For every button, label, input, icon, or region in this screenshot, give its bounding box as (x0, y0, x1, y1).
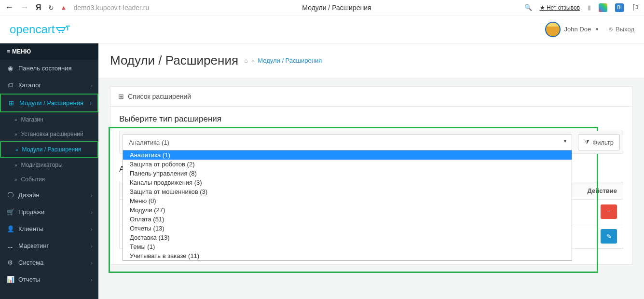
cart-icon: 🛒 (7, 208, 14, 216)
page-header: Модули / Расширения ⌂ › Модули / Расшире… (98, 43, 644, 78)
page-title: Модули / Расширения (110, 53, 238, 68)
sub-chevron-icon: » (14, 177, 17, 182)
ext-icon-3[interactable]: ⚐ (631, 2, 639, 13)
dashboard-icon: ◉ (7, 65, 14, 72)
tab-title: Модули / Расширения (156, 4, 517, 12)
logout-icon: ⎋ (609, 26, 613, 33)
extensions-panel: ⊞ Список расширений Выберите тип расшире… (110, 86, 632, 265)
avatar (545, 22, 561, 37)
dropdown-option[interactable]: Отчеты (13) (123, 224, 572, 233)
sidebar-item-system[interactable]: ⚙ Система › (0, 254, 98, 271)
yandex-icon[interactable]: Я (36, 3, 41, 12)
chevron-right-icon: › (91, 209, 93, 215)
puzzle-icon: ⊞ (8, 99, 14, 107)
ext-icon-1[interactable] (599, 3, 607, 12)
breadcrumb-link[interactable]: Модули / Расширения (258, 57, 322, 64)
chevron-right-icon: › (91, 260, 93, 266)
sidebar-item-marketing[interactable]: ⚋ Маркетинг › (0, 237, 98, 254)
svg-point-0 (59, 31, 60, 33)
sub-chevron-icon: » (14, 117, 17, 122)
bookmark-icon[interactable]: ▮ (588, 4, 591, 11)
extension-type-select-wrap: Аналитика (1) ▼ Аналитика (1)Защита от р… (123, 134, 572, 150)
chart-icon: 📊 (7, 276, 14, 283)
caret-down-icon: ▼ (595, 27, 599, 32)
sidebar-item-extensions[interactable]: ⊞ Модули / Расширения › (1, 95, 97, 111)
extension-type-dropdown: Аналитика (1)Защита от роботов (2)Панель… (123, 150, 572, 261)
filter-icon: ⧩ (584, 138, 589, 146)
share-icon: ⚋ (7, 242, 14, 249)
sidebar-item-dashboard[interactable]: ◉ Панель состояния (0, 60, 98, 77)
svg-point-1 (62, 31, 64, 33)
home-icon[interactable]: ⌂ (244, 57, 248, 64)
extension-type-select[interactable]: Аналитика (1) (123, 134, 572, 150)
sidebar-sub-marketplace[interactable]: » Магазин (0, 112, 98, 127)
dropdown-option[interactable]: Меню (0) (123, 196, 572, 205)
delete-button[interactable]: − (601, 204, 617, 219)
sidebar-item-reports[interactable]: 📊 Отчеты › (0, 271, 98, 288)
ext-icon-2[interactable]: BI (615, 3, 624, 12)
sidebar-item-design[interactable]: 🖵 Дизайн › (0, 187, 98, 204)
panel-header: ⊞ Список расширений (110, 87, 632, 107)
sidebar-item-catalog[interactable]: 🏷 Каталог › (0, 77, 98, 94)
logo[interactable]: opencart (10, 23, 71, 36)
reload-icon[interactable]: ↻ (48, 4, 54, 12)
insecure-icon: ▲ (61, 4, 67, 11)
sidebar-sub-modifications[interactable]: » Модификаторы (0, 158, 98, 172)
dropdown-option[interactable]: Темы (1) (123, 242, 572, 251)
dropdown-option[interactable]: Защита от роботов (2) (123, 160, 572, 169)
chevron-right-icon: › (91, 243, 93, 249)
menu-icon: ≡ (7, 48, 10, 55)
chevron-right-icon: › (90, 100, 92, 106)
minus-icon: − (607, 208, 611, 216)
dropdown-option[interactable]: Оплата (51) (123, 215, 572, 224)
desktop-icon: 🖵 (7, 191, 14, 199)
chevron-right-icon: › (91, 226, 93, 232)
user-name: John Doe (564, 26, 591, 33)
menu-header[interactable]: ≡ МЕНЮ (0, 43, 98, 60)
main-content: Модули / Расширения ⌂ › Модули / Расшире… (98, 43, 644, 299)
sidebar-item-sales[interactable]: 🛒 Продажи › (0, 204, 98, 220)
sub-chevron-icon: » (15, 147, 18, 152)
sidebar-sub-installer[interactable]: » Установка расширений (0, 127, 98, 141)
dropdown-option[interactable]: Аналитика (1) (123, 150, 572, 160)
user-menu[interactable]: John Doe ▼ (545, 22, 600, 37)
dropdown-option[interactable]: Учитывать в заказе (11) (123, 251, 572, 260)
browser-toolbar: ← → Я ↻ ▲ demo3.kupcov.t-leader.ru Модул… (0, 0, 644, 15)
edit-button[interactable]: ✎ (601, 229, 617, 244)
dropdown-option[interactable]: Модули (27) (123, 205, 572, 215)
user-icon: 👤 (7, 225, 14, 232)
chevron-right-icon: › (91, 277, 93, 283)
sub-chevron-icon: » (14, 132, 17, 137)
logout-button[interactable]: ⎋ Выход (609, 26, 634, 33)
chevron-right-icon: › (91, 82, 93, 88)
gear-icon: ⚙ (7, 259, 14, 266)
dropdown-option[interactable]: Доставка (13) (123, 233, 572, 242)
forward-icon[interactable]: → (20, 2, 29, 13)
url-text[interactable]: demo3.kupcov.t-leader.ru (73, 4, 149, 12)
breadcrumb: ⌂ › Модули / Расширения (244, 57, 322, 64)
sidebar-sub-events[interactable]: » События (0, 172, 98, 187)
sub-chevron-icon: » (14, 163, 17, 168)
pencil-icon: ✎ (606, 233, 612, 240)
reviews-link[interactable]: ★ Нет отзывов (540, 4, 580, 11)
sidebar-item-customers[interactable]: 👤 Клиенты › (0, 220, 98, 237)
dropdown-option[interactable]: Панель управления (8) (123, 169, 572, 178)
dropdown-option[interactable]: Защита от мошенников (3) (123, 187, 572, 196)
sidebar-sub-extensions[interactable]: » Модули / Расширения (1, 142, 97, 157)
filter-button[interactable]: ⧩ Фильтр (578, 134, 620, 150)
search-icon[interactable]: 🔍 (524, 4, 532, 11)
dropdown-option[interactable]: Каналы продвижения (3) (123, 178, 572, 187)
back-icon[interactable]: ← (5, 2, 14, 13)
app-header: opencart John Doe ▼ ⎋ Выход (0, 15, 644, 43)
chevron-right-icon: › (91, 192, 93, 198)
section-title: Выберите тип расширения (119, 114, 623, 124)
sidebar: ≡ МЕНЮ ◉ Панель состояния 🏷 Каталог › ⊞ … (0, 43, 98, 299)
puzzle-icon: ⊞ (118, 93, 124, 100)
tag-icon: 🏷 (7, 82, 14, 89)
